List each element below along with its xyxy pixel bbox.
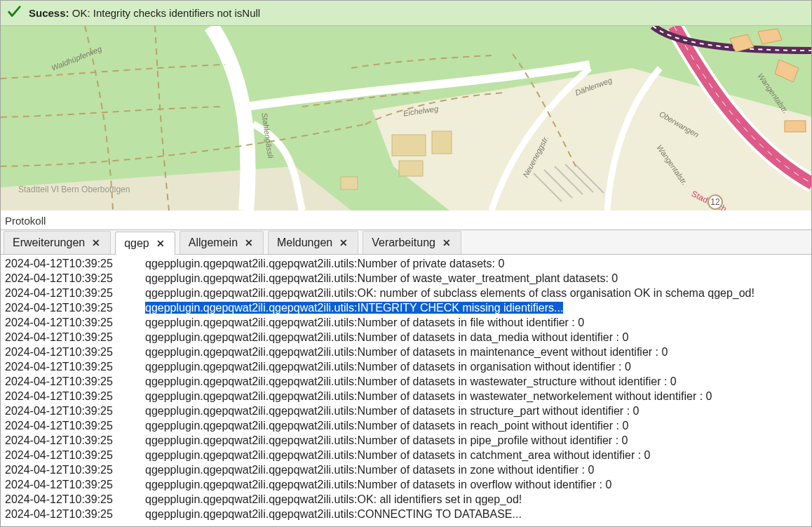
log-timestamp: 2024-04-12T10:39:25 <box>1 374 145 389</box>
tab-meldungen[interactable]: Meldungen✕ <box>268 231 358 254</box>
log-timestamp: 2024-04-12T10:39:25 <box>1 403 145 418</box>
log-timestamp: 2024-04-12T10:39:25 <box>1 433 145 448</box>
log-message: qgepplugin.qgepqwat2ili.qgepqwat2ili.uti… <box>145 507 811 521</box>
log-timestamp: 2024-04-12T10:39:25 <box>1 477 145 492</box>
log-timestamp: 2024-04-12T10:39:25 <box>1 300 145 315</box>
map-marker[interactable]: 12 <box>708 194 723 210</box>
log-message: qgepplugin.qgepqwat2ili.qgepqwat2ili.uti… <box>145 256 811 271</box>
tab-label: Meldungen <box>277 236 332 249</box>
tab-qgep[interactable]: qgep✕ <box>115 232 175 255</box>
log-message: qgepplugin.qgepqwat2ili.qgepqwat2ili.uti… <box>145 374 811 389</box>
log-timestamp: 2024-04-12T10:39:25 <box>1 256 145 271</box>
panel-title: Protokoll <box>1 211 811 229</box>
log-view[interactable]: 2024-04-12T10:39:25qgepplugin.qgepqwat2i… <box>1 255 811 526</box>
close-icon[interactable]: ✕ <box>243 237 255 248</box>
svg-rect-5 <box>392 135 426 156</box>
map-label: Stadtteil VI Bern Oberbottigen <box>18 185 130 194</box>
svg-rect-6 <box>432 131 452 154</box>
log-timestamp: 2024-04-12T10:39:25 <box>1 315 145 330</box>
svg-rect-4 <box>785 121 806 132</box>
log-row[interactable]: 2024-04-12T10:39:25qgepplugin.qgepqwat2i… <box>1 433 811 448</box>
log-row[interactable]: 2024-04-12T10:39:25qgepplugin.qgepqwat2i… <box>1 330 811 345</box>
log-row[interactable]: 2024-04-12T10:39:25qgepplugin.qgepqwat2i… <box>1 418 811 433</box>
log-message: qgepplugin.qgepqwat2ili.qgepqwat2ili.uti… <box>145 300 811 315</box>
log-row[interactable]: 2024-04-12T10:39:25qgepplugin.qgepqwat2i… <box>1 374 811 389</box>
log-timestamp: 2024-04-12T10:39:25 <box>1 389 145 403</box>
log-message: qgepplugin.qgepqwat2ili.qgepqwat2ili.uti… <box>145 286 811 300</box>
log-message: qgepplugin.qgepqwat2ili.qgepqwat2ili.uti… <box>145 345 811 359</box>
log-row[interactable]: 2024-04-12T10:39:25qgepplugin.qgepqwat2i… <box>1 389 811 403</box>
svg-rect-8 <box>341 177 358 189</box>
log-row[interactable]: 2024-04-12T10:39:25qgepplugin.qgepqwat2i… <box>1 359 811 374</box>
svg-rect-7 <box>399 161 423 176</box>
log-timestamp: 2024-04-12T10:39:25 <box>1 418 145 433</box>
close-icon[interactable]: ✕ <box>90 237 102 248</box>
close-icon[interactable]: ✕ <box>441 237 452 248</box>
log-row[interactable]: 2024-04-12T10:39:25qgepplugin.qgepqwat2i… <box>1 315 811 330</box>
log-message: qgepplugin.qgepqwat2ili.qgepqwat2ili.uti… <box>145 433 811 448</box>
log-message: qgepplugin.qgepqwat2ili.qgepqwat2ili.uti… <box>145 462 811 477</box>
log-row[interactable]: 2024-04-12T10:39:25qgepplugin.qgepqwat2i… <box>1 300 811 315</box>
log-row[interactable]: 2024-04-12T10:39:25qgepplugin.qgepqwat2i… <box>1 477 811 492</box>
log-message: qgepplugin.qgepqwat2ili.qgepqwat2ili.uti… <box>145 315 811 330</box>
success-text: Sucess: OK: Integrity checks identifiers… <box>29 7 260 19</box>
check-icon <box>6 4 22 22</box>
log-timestamp: 2024-04-12T10:39:25 <box>1 462 145 477</box>
log-message: qgepplugin.qgepqwat2ili.qgepqwat2ili.uti… <box>145 359 811 374</box>
log-row[interactable]: 2024-04-12T10:39:25qgepplugin.qgepqwat2i… <box>1 448 811 462</box>
tab-erweiterungen[interactable]: Erweiterungen✕ <box>4 231 111 254</box>
log-message: qgepplugin.qgepqwat2ili.qgepqwat2ili.uti… <box>145 448 811 462</box>
tab-label: Allgemein <box>189 236 238 249</box>
close-icon[interactable]: ✕ <box>155 238 166 249</box>
tab-allgemein[interactable]: Allgemein✕ <box>180 231 264 254</box>
log-tabbar: Erweiterungen✕ qgep✕ Allgemein✕ Meldunge… <box>1 229 811 255</box>
tab-label: qgep <box>124 237 149 250</box>
log-timestamp: 2024-04-12T10:39:25 <box>1 492 145 507</box>
tab-label: Verarbeitung <box>372 236 435 249</box>
log-timestamp: 2024-04-12T10:39:25 <box>1 507 145 521</box>
tab-label: Erweiterungen <box>13 236 85 249</box>
log-timestamp: 2024-04-12T10:39:25 <box>1 330 145 345</box>
log-row[interactable]: 2024-04-12T10:39:25qgepplugin.qgepqwat2i… <box>1 256 811 271</box>
log-row[interactable]: 2024-04-12T10:39:25qgepplugin.qgepqwat2i… <box>1 286 811 300</box>
log-timestamp: 2024-04-12T10:39:25 <box>1 286 145 300</box>
map-canvas[interactable]: Waldhüpferweg Eichelweg Dählenweg Oberwa… <box>1 26 811 211</box>
log-row[interactable]: 2024-04-12T10:39:25qgepplugin.qgepqwat2i… <box>1 345 811 359</box>
log-timestamp: 2024-04-12T10:39:25 <box>1 359 145 374</box>
log-message: qgepplugin.qgepqwat2ili.qgepqwat2ili.uti… <box>145 477 811 492</box>
close-icon[interactable]: ✕ <box>338 237 349 248</box>
log-row[interactable]: 2024-04-12T10:39:25qgepplugin.qgepqwat2i… <box>1 271 811 286</box>
log-timestamp: 2024-04-12T10:39:25 <box>1 448 145 462</box>
log-row[interactable]: 2024-04-12T10:39:25qgepplugin.qgepqwat2i… <box>1 492 811 507</box>
log-row[interactable]: 2024-04-12T10:39:25qgepplugin.qgepqwat2i… <box>1 403 811 418</box>
log-message: qgepplugin.qgepqwat2ili.qgepqwat2ili.uti… <box>145 418 811 433</box>
log-message: qgepplugin.qgepqwat2ili.qgepqwat2ili.uti… <box>145 492 811 507</box>
log-timestamp: 2024-04-12T10:39:25 <box>1 271 145 286</box>
tab-verarbeitung[interactable]: Verarbeitung✕ <box>363 231 461 254</box>
log-message: qgepplugin.qgepqwat2ili.qgepqwat2ili.uti… <box>145 330 811 345</box>
log-row[interactable]: 2024-04-12T10:39:25qgepplugin.qgepqwat2i… <box>1 507 811 521</box>
log-message: qgepplugin.qgepqwat2ili.qgepqwat2ili.uti… <box>145 271 811 286</box>
success-banner: Sucess: OK: Integrity checks identifiers… <box>1 1 811 26</box>
log-timestamp: 2024-04-12T10:39:25 <box>1 345 145 359</box>
log-message: qgepplugin.qgepqwat2ili.qgepqwat2ili.uti… <box>145 403 811 418</box>
log-message: qgepplugin.qgepqwat2ili.qgepqwat2ili.uti… <box>145 389 811 403</box>
log-row[interactable]: 2024-04-12T10:39:25qgepplugin.qgepqwat2i… <box>1 462 811 477</box>
